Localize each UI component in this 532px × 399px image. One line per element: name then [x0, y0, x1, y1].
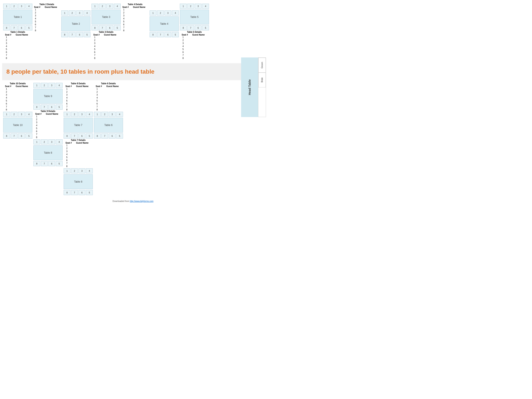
seat: 2 [11, 4, 18, 9]
table-row: 4 [66, 153, 91, 156]
table9-details: Table 9 Details Seat # Guest Name 1 2 3 … [35, 110, 61, 139]
table-row: 3 [93, 42, 119, 45]
footer-link[interactable]: http://www.tidyforms.com [130, 200, 153, 202]
seat: 2 [157, 10, 164, 16]
table5-visual: 1 2 3 4 Table 5 8 7 6 5 Table 5 Details … [180, 3, 209, 60]
seat: 2 [71, 112, 78, 117]
table-row: 4 [96, 96, 121, 99]
table-row: 6 [5, 102, 31, 105]
seat: 3 [48, 139, 55, 145]
table-row: 3 [96, 93, 121, 96]
table-row: 2 [122, 11, 148, 14]
seat: 2 [187, 4, 194, 9]
table6-group: Table 6 Details Seat # Guest Name 1 2 3 … [94, 82, 123, 140]
table5-group: 1 2 3 4 Table 5 8 7 6 5 Table 5 Details … [180, 3, 209, 61]
table9-rect: Table 9 [33, 89, 63, 104]
table1-rect: Table 1 [3, 10, 32, 25]
seat: 2 [69, 10, 76, 16]
seat: 6 [165, 32, 171, 37]
seat: 6 [195, 25, 202, 31]
seat: 3 [106, 4, 113, 9]
table2-rect: Table 2 [61, 16, 90, 31]
table7-details-title: Table 7 Details [66, 139, 91, 141]
head-table-container: Head Table Groom Bride [241, 57, 266, 117]
seat: 6 [78, 133, 85, 139]
seat: 7 [41, 161, 48, 166]
seat-header: Seat # [5, 85, 15, 88]
table-row: 3 [35, 121, 61, 124]
table-row: 7 [5, 105, 31, 108]
seat: 4 [116, 112, 123, 117]
table10-group: Table 10 Details Seat # Guest Name 1 2 3… [3, 82, 32, 140]
seat: 7 [157, 32, 164, 37]
seat: 4 [56, 83, 63, 88]
middle-banner: 8 people per table, 10 tables in room pl… [2, 63, 264, 80]
banner-text: 8 people per table, 10 tables in room pl… [6, 68, 154, 75]
table-row: 1 [5, 88, 31, 90]
seat: 8 [33, 161, 40, 166]
seat: 8 [33, 104, 40, 110]
table8-group: Table 8 Details Seat # Guest Name 1 2 3 … [64, 82, 93, 197]
table2-bottom-seats: 8 7 6 5 [61, 32, 90, 37]
table-row: 5 [5, 48, 31, 51]
table-row: 8 [66, 165, 91, 168]
table-row: 8 [96, 108, 121, 111]
seat: 3 [76, 10, 83, 16]
table10-details: Table 10 Details Seat # Guest Name 1 2 3… [5, 82, 31, 111]
seat: 5 [86, 133, 93, 139]
table8-details-visual: Table 8 Details Seat # Guest Name 1 2 3 … [64, 82, 93, 196]
table-row: 6 [34, 23, 60, 26]
seat-header: Seat # [66, 85, 75, 88]
seat: 5 [202, 25, 209, 31]
seat: 4 [114, 4, 121, 9]
top-section: 1 2 3 4 Table 1 8 7 6 5 Table 1 Details … [2, 2, 264, 62]
table2-visual: 1 2 3 4 Table 2 8 7 6 5 [61, 10, 90, 38]
bottom-section: Table 10 Details Seat # Guest Name 1 2 3… [2, 81, 264, 198]
table-row: 5 [35, 127, 61, 130]
table-row: 4 [122, 17, 148, 20]
table-row: 1 [182, 36, 207, 39]
seat: 8 [61, 32, 68, 37]
table6-rect: Table 6 [94, 118, 123, 133]
table10-details-title: Table 10 Details [5, 82, 31, 85]
table-row: 8 [66, 108, 91, 111]
table8-details-title: Table 8 Details [66, 82, 91, 85]
bride-box: Bride [258, 73, 266, 88]
page: 1 2 3 4 Table 1 8 7 6 5 Table 1 Details … [0, 0, 266, 206]
table9-visual: 1 2 3 4 Table 9 8 7 6 5 Table 9 Details … [33, 82, 63, 167]
guest-header: Guest Name [46, 113, 58, 115]
seat: 7 [41, 104, 48, 110]
table2-details-title: Table 2 Details [34, 3, 60, 6]
table3-details-title: Table 3 Details [93, 31, 119, 33]
table-row: 7 [93, 54, 119, 57]
table-row: 8 [34, 29, 60, 32]
table3-rect: Table 3 [91, 10, 121, 25]
table4-details-standalone: Table 4 Details Seat # Guest Name 1 2 3 … [122, 3, 148, 32]
seat: 3 [109, 112, 115, 117]
seat: 5 [172, 32, 179, 37]
seat: 2 [71, 168, 78, 173]
seat: 8 [91, 25, 98, 31]
seat: 4 [86, 168, 93, 173]
footer-prefix: Downloaded from [113, 200, 130, 202]
seat: 7 [11, 25, 18, 31]
guest-header: Guest Name [76, 85, 89, 88]
table-row: 1 [66, 88, 91, 90]
seat: 3 [165, 10, 171, 16]
seat: 4 [84, 10, 90, 16]
seat: 7 [101, 133, 108, 139]
bride-label: Bride [261, 77, 263, 82]
table-row: 3 [5, 93, 31, 96]
table-row: 6 [93, 51, 119, 54]
table5-details-title: Table 5 Details [182, 31, 207, 33]
table-row: 3 [66, 93, 91, 96]
table-row: 5 [96, 99, 121, 102]
seat: 2 [99, 4, 106, 9]
seat: 3 [195, 4, 202, 9]
table-row: 6 [5, 51, 31, 54]
seat: 1 [3, 4, 10, 9]
guest-header: Guest Name [16, 34, 28, 36]
table-row: 8 [5, 108, 31, 111]
table6-details-title: Table 6 Details [96, 82, 121, 85]
seat: 8 [180, 25, 187, 31]
